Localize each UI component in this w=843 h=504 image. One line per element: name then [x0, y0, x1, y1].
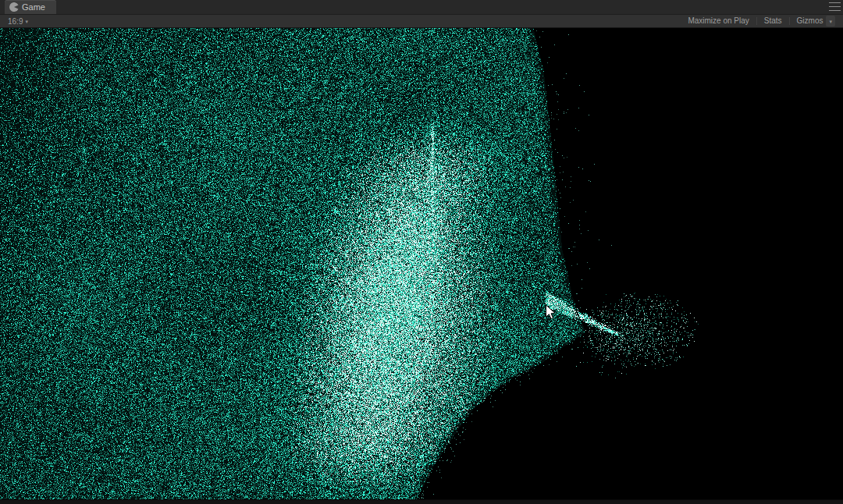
stats-label: Stats: [764, 16, 782, 26]
game-viewport[interactable]: [0, 28, 843, 499]
chevron-down-icon: ▾: [25, 19, 28, 24]
unity-game-view-window: Game 16:9 ▾ Maximize on Play Stats Gizmo…: [0, 0, 843, 504]
game-view-icon: [9, 2, 19, 12]
gizmos-label: Gizmos: [797, 16, 823, 26]
toolbar-separator: [789, 17, 790, 25]
tab-label: Game: [22, 3, 45, 12]
gizmos-dropdown[interactable]: ▾: [826, 16, 835, 27]
aspect-ratio-dropdown[interactable]: 16:9 ▾: [5, 16, 31, 27]
toolbar-separator: [756, 17, 757, 25]
maximize-on-play-button[interactable]: Maximize on Play: [682, 16, 754, 27]
tab-bar: Game: [0, 0, 843, 15]
stats-button[interactable]: Stats: [759, 16, 788, 27]
tab-game[interactable]: Game: [5, 0, 56, 14]
chevron-down-icon: ▾: [829, 19, 832, 24]
toolbar-right-group: Maximize on Play Stats Gizmos ▾: [682, 15, 841, 27]
gizmos-button[interactable]: Gizmos ▾: [791, 15, 841, 27]
window-bottom-edge: [0, 499, 843, 504]
window-menu-icon[interactable]: [829, 2, 841, 11]
aspect-ratio-label: 16:9: [8, 17, 23, 26]
game-view-toolbar: 16:9 ▾ Maximize on Play Stats Gizmos ▾: [0, 15, 843, 28]
maximize-on-play-label: Maximize on Play: [688, 16, 749, 26]
